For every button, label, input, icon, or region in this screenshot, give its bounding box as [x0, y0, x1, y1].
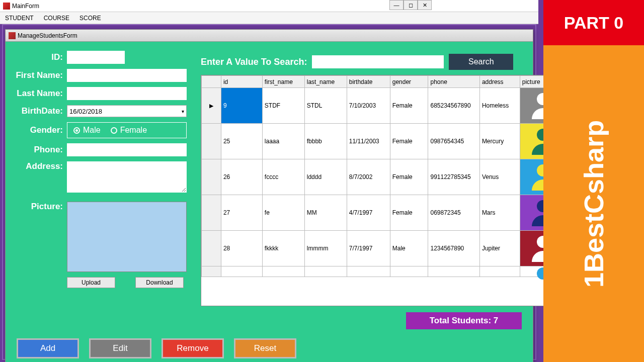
table-row[interactable]: 26fccccldddd8/7/2002Female991122785345Ve…: [202, 159, 567, 195]
picture-box[interactable]: [67, 202, 187, 272]
minimize-button[interactable]: —: [389, 0, 404, 10]
cell-birthdate[interactable]: 7/10/2003: [347, 88, 390, 124]
cell-birthdate[interactable]: 7/7/1997: [347, 231, 390, 266]
cell-gender[interactable]: Female: [390, 124, 428, 159]
row-indicator: [202, 124, 221, 159]
cell-id[interactable]: 9: [221, 88, 262, 124]
col-header[interactable]: phone: [428, 76, 479, 88]
download-button[interactable]: Download: [135, 277, 184, 288]
cell-address[interactable]: Jupiter: [479, 231, 520, 266]
radio-dot-icon: [111, 127, 117, 134]
phone-field[interactable]: [67, 143, 187, 156]
search-input[interactable]: [312, 55, 444, 68]
window-buttons: — ◻ ✕: [389, 0, 432, 10]
table-row[interactable]: ▶9STDFSTDL7/10/2003Female685234567890Hom…: [202, 88, 567, 124]
cell-gender[interactable]: Female: [390, 159, 428, 195]
table-row[interactable]: 25laaaafbbbb11/11/2003Female0987654345Me…: [202, 124, 567, 159]
label-gender: Gender:: [11, 125, 67, 135]
cell-address[interactable]: Mars: [479, 195, 520, 231]
form-icon: [9, 32, 16, 39]
cell-last_name[interactable]: fbbbb: [304, 124, 347, 159]
cell-last_name[interactable]: STDL: [304, 88, 347, 124]
cell-phone[interactable]: 0987654345: [428, 124, 479, 159]
col-header[interactable]: first_name: [262, 76, 304, 88]
cell-first_name[interactable]: STDF: [262, 88, 304, 124]
form-panel: ID: First Name: Last Name: BirthDate:: [11, 51, 192, 288]
address-field[interactable]: [67, 161, 187, 193]
radio-female[interactable]: Female: [111, 126, 147, 135]
overlay-brand: 1BestCsharp: [543, 45, 644, 362]
cell-phone[interactable]: 991122785345: [428, 159, 479, 195]
label-birthdate: BirthDate:: [11, 106, 67, 116]
child-titlebar[interactable]: ManageStudentsForm: [6, 30, 533, 42]
main-window: MainForm — ◻ ✕ STUDENT COURSE SCORE Mana…: [0, 0, 538, 362]
menu-score[interactable]: SCORE: [79, 15, 101, 22]
menu-course[interactable]: COURSE: [44, 15, 69, 22]
table-row[interactable]: 27feMM4/7/1997Female069872345Mars: [202, 195, 567, 231]
close-button[interactable]: ✕: [418, 0, 432, 10]
gender-group: Male Female: [67, 122, 187, 138]
cell-first_name[interactable]: fe: [262, 195, 304, 231]
col-header[interactable]: address: [479, 76, 520, 88]
edit-button[interactable]: Edit: [89, 338, 151, 358]
total-students-bar: Total Students: 7: [406, 312, 522, 329]
mdi-area: ManageStudentsForm ID: First Name: Last …: [2, 24, 536, 360]
cell-gender[interactable]: Female: [390, 195, 428, 231]
lastname-field[interactable]: [67, 87, 187, 100]
label-picture: Picture:: [11, 202, 67, 212]
cell-address[interactable]: Venus: [479, 159, 520, 195]
cell-id[interactable]: 27: [221, 195, 262, 231]
cell-birthdate[interactable]: 8/7/2002: [347, 159, 390, 195]
firstname-field[interactable]: [67, 69, 187, 82]
add-button[interactable]: Add: [17, 338, 79, 358]
main-titlebar[interactable]: MainForm: [0, 0, 538, 12]
reset-button[interactable]: Reset: [234, 338, 296, 358]
label-phone: Phone:: [11, 145, 67, 155]
chevron-down-icon: ▾: [182, 109, 184, 114]
total-value: 7: [494, 316, 498, 326]
cell-id[interactable]: 26: [221, 159, 262, 195]
action-buttons: Add Edit Remove Reset: [17, 338, 296, 358]
cell-gender[interactable]: Female: [390, 88, 428, 124]
data-grid[interactable]: idfirst_namelast_namebirthdategenderphon…: [201, 75, 568, 306]
remove-button[interactable]: Remove: [162, 338, 224, 358]
cell-last_name[interactable]: MM: [304, 195, 347, 231]
child-title: ManageStudentsForm: [18, 32, 77, 39]
cell-address[interactable]: Mercury: [479, 124, 520, 159]
cell-phone[interactable]: 069872345: [428, 195, 479, 231]
cell-first_name[interactable]: fcccc: [262, 159, 304, 195]
radio-dot-icon: [73, 127, 80, 134]
search-button[interactable]: Search: [449, 54, 513, 70]
label-lastname: Last Name:: [11, 88, 67, 99]
main-title: MainForm: [12, 3, 39, 10]
cell-phone[interactable]: 1234567890: [428, 231, 479, 266]
cell-first_name[interactable]: laaaa: [262, 124, 304, 159]
cell-last_name[interactable]: ldddd: [304, 159, 347, 195]
cell-id[interactable]: 25: [221, 124, 262, 159]
cell-phone[interactable]: 685234567890: [428, 88, 479, 124]
cell-birthdate[interactable]: 11/11/2003: [347, 124, 390, 159]
row-indicator: [202, 231, 221, 266]
table-row[interactable]: 28fkkkklmmmm7/7/1997Male1234567890Jupite…: [202, 231, 567, 266]
cell-first_name[interactable]: fkkkk: [262, 231, 304, 266]
maximize-button[interactable]: ◻: [404, 0, 418, 10]
cell-gender[interactable]: Male: [390, 231, 428, 266]
birthdate-value: 16/02/2018: [69, 108, 102, 115]
birthdate-picker[interactable]: 16/02/2018 ▾: [67, 105, 187, 117]
label-firstname: First Name:: [11, 70, 67, 80]
menu-student[interactable]: STUDENT: [5, 15, 34, 22]
id-field[interactable]: [67, 51, 125, 64]
col-header[interactable]: last_name: [304, 76, 347, 88]
col-header[interactable]: birthdate: [347, 76, 390, 88]
col-header[interactable]: id: [221, 76, 262, 88]
cell-id[interactable]: 28: [221, 231, 262, 266]
child-window: ManageStudentsForm ID: First Name: Last …: [5, 29, 533, 362]
radio-male[interactable]: Male: [73, 126, 101, 135]
cell-last_name[interactable]: lmmmm: [304, 231, 347, 266]
upload-button[interactable]: Upload: [67, 277, 115, 288]
cell-address[interactable]: Homeless: [479, 88, 520, 124]
cell-birthdate[interactable]: 4/7/1997: [347, 195, 390, 231]
col-header[interactable]: gender: [390, 76, 428, 88]
row-indicator: [202, 195, 221, 231]
overlay-part-badge: PART 0: [543, 0, 644, 45]
